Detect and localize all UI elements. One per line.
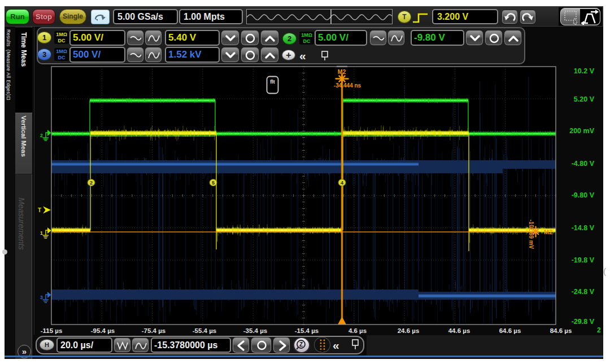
svg-text:M2: M2 xyxy=(338,68,346,75)
svg-text:1: 1 xyxy=(40,230,43,236)
svg-text:flt: flt xyxy=(270,79,275,85)
svg-text:-34.444 ns: -34.444 ns xyxy=(334,82,361,89)
svg-text:4: 4 xyxy=(341,180,343,186)
svg-text:2: 2 xyxy=(40,133,43,138)
svg-text:2: 2 xyxy=(90,180,93,186)
svg-text:5: 5 xyxy=(212,180,215,186)
svg-text:-102.69 mV: -102.69 mV xyxy=(528,220,534,249)
svg-text:Z: Z xyxy=(299,341,303,348)
svg-text:T: T xyxy=(38,207,41,213)
svg-text:3: 3 xyxy=(40,295,43,300)
